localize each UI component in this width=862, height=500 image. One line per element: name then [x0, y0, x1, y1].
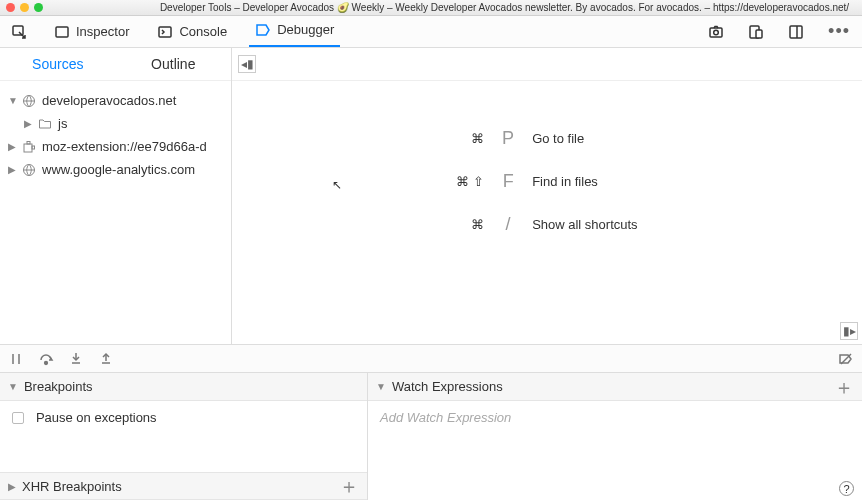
editor-area: ◂▮ ↖ ⌘ P Go to file ⌘ ⇧ F Find in files … — [232, 48, 862, 344]
side-tab-sources[interactable]: Sources — [0, 48, 116, 80]
svg-rect-7 — [790, 26, 802, 38]
cursor-icon: ↖ — [332, 178, 342, 192]
tab-console[interactable]: Console — [151, 20, 233, 44]
tab-inspector-label: Inspector — [76, 24, 129, 39]
expand-arrow-icon: ▶ — [24, 118, 32, 129]
debugger-main: Sources Outline ▼ developeravocados.net … — [0, 48, 862, 344]
add-watch-icon[interactable]: ＋ — [834, 377, 854, 397]
more-icon[interactable]: ••• — [824, 17, 854, 46]
window-title: Developer Tools – Developer Avocados 🥑 W… — [153, 2, 856, 13]
step-in-icon[interactable] — [68, 351, 84, 367]
devtools-toolbar: Inspector Console Debugger ••• — [0, 16, 862, 48]
collapse-arrow-icon[interactable]: ▼ — [8, 381, 18, 392]
pause-icon[interactable] — [8, 351, 24, 367]
add-xhr-breakpoint-icon[interactable]: ＋ — [339, 476, 359, 496]
window-titlebar: Developer Tools – Developer Avocados 🥑 W… — [0, 0, 862, 16]
svg-point-16 — [45, 361, 48, 364]
responsive-mode-icon[interactable] — [744, 20, 768, 44]
screenshot-icon[interactable] — [704, 20, 728, 44]
pause-exceptions-label: Pause on exceptions — [36, 410, 157, 425]
window-maximize-button[interactable] — [34, 3, 43, 12]
window-minimize-button[interactable] — [20, 3, 29, 12]
pick-element-icon[interactable] — [8, 20, 32, 44]
breakpoints-pane: ▼ Breakpoints Pause on exceptions ▶ XHR … — [0, 373, 368, 500]
collapse-right-icon[interactable]: ▮▸ — [840, 322, 858, 340]
xhr-breakpoints-title: XHR Breakpoints — [22, 479, 122, 494]
collapse-arrow-icon[interactable]: ▶ — [8, 481, 16, 492]
svg-rect-10 — [24, 144, 32, 152]
tab-console-label: Console — [179, 24, 227, 39]
help-icon[interactable]: ? — [839, 480, 854, 497]
svg-point-4 — [714, 30, 719, 35]
tree-label: www.google-analytics.com — [42, 162, 195, 177]
bottom-panes: ▼ Breakpoints Pause on exceptions ▶ XHR … — [0, 372, 862, 500]
watch-pane: ▼ Watch Expressions ＋ Add Watch Expressi… — [368, 373, 862, 500]
disable-breakpoints-icon[interactable] — [838, 351, 854, 367]
sources-sidebar: Sources Outline ▼ developeravocados.net … — [0, 48, 232, 344]
tree-label: developeravocados.net — [42, 93, 176, 108]
tab-inspector[interactable]: Inspector — [48, 20, 135, 44]
tab-debugger-label: Debugger — [277, 22, 334, 37]
sources-tree: ▼ developeravocados.net ▶ js ▶ moz-exten… — [0, 81, 231, 189]
watch-placeholder[interactable]: Add Watch Expression — [380, 410, 511, 425]
shortcuts-hint: ⌘ P Go to file ⌘ ⇧ F Find in files ⌘ / S… — [456, 128, 637, 235]
svg-rect-12 — [32, 146, 35, 149]
dock-side-icon[interactable] — [784, 20, 808, 44]
globe-icon — [22, 163, 36, 177]
svg-rect-3 — [710, 28, 722, 37]
expand-arrow-icon: ▶ — [8, 164, 16, 175]
tree-label: moz-extension://ee79d66a-d — [42, 139, 207, 154]
find-files-label: Find in files — [532, 174, 638, 189]
svg-rect-11 — [27, 141, 30, 144]
collapse-sidebar-icon[interactable]: ◂▮ — [238, 55, 256, 73]
expand-arrow-icon: ▶ — [8, 141, 16, 152]
tree-row-analytics[interactable]: ▶ www.google-analytics.com — [6, 158, 225, 181]
globe-icon — [22, 94, 36, 108]
extension-icon — [22, 140, 36, 154]
tree-row-domain[interactable]: ▼ developeravocados.net — [6, 89, 225, 112]
tree-label: js — [58, 116, 67, 131]
folder-icon — [38, 117, 52, 131]
debug-controls — [0, 344, 862, 372]
watch-title: Watch Expressions — [392, 379, 503, 394]
breakpoints-title: Breakpoints — [24, 379, 93, 394]
goto-file-label: Go to file — [532, 131, 638, 146]
svg-rect-1 — [56, 27, 68, 37]
collapse-arrow-icon[interactable]: ▼ — [376, 381, 386, 392]
tree-row-folder[interactable]: ▶ js — [6, 112, 225, 135]
all-shortcuts-label: Show all shortcuts — [532, 217, 638, 232]
svg-rect-6 — [756, 30, 762, 38]
step-out-icon[interactable] — [98, 351, 114, 367]
expand-arrow-icon: ▼ — [8, 95, 16, 106]
tab-debugger[interactable]: Debugger — [249, 18, 340, 47]
tree-row-extension[interactable]: ▶ moz-extension://ee79d66a-d — [6, 135, 225, 158]
side-tab-outline[interactable]: Outline — [116, 48, 232, 80]
pause-exceptions-checkbox[interactable] — [12, 412, 24, 424]
step-over-icon[interactable] — [38, 351, 54, 367]
window-close-button[interactable] — [6, 3, 15, 12]
